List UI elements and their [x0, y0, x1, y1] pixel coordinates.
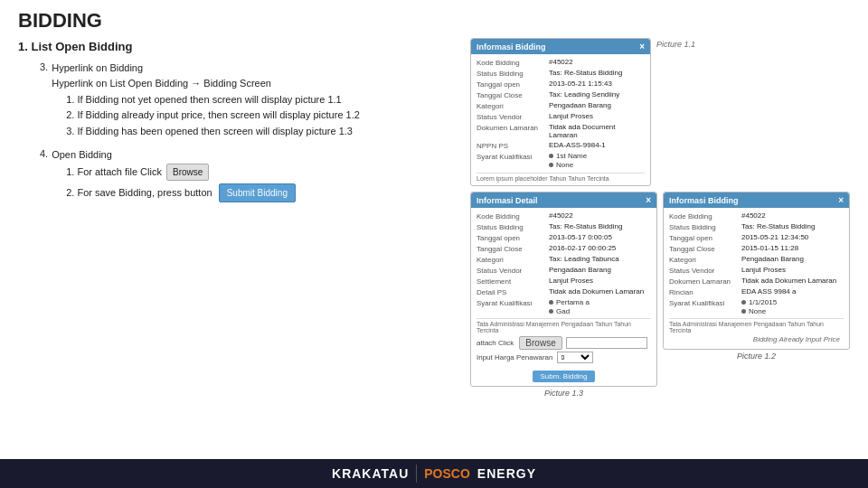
footer-logo-posco: POSCO — [424, 466, 470, 481]
field-value: 2016-02-17 00:00:25 — [549, 244, 616, 252]
field-value: Tas: Re-Status Bidding — [549, 222, 622, 230]
field-value: #45022 — [549, 58, 573, 66]
modal-picture-1-2: Informasi Bidding × Kode Bidding#45022 S… — [663, 192, 850, 350]
field-label: Status Bidding — [669, 222, 741, 231]
field-label: Kategori — [476, 101, 549, 110]
field-value: Tax: Leading Tabunca — [549, 255, 619, 263]
field-label: Status Vendor — [669, 266, 741, 275]
bullet-item: 1/1/2015 — [749, 298, 777, 306]
submit-button-example: Submit Bidding — [219, 183, 296, 202]
step3-sub2: 2. If Bidding already input price, then … — [52, 108, 360, 123]
field-label: Kode Bidding — [669, 211, 741, 221]
step3-number: 3. — [40, 60, 48, 140]
field-value: Tas: Re-Status Bidding — [549, 69, 622, 77]
screenshots-panel: Informasi Bidding × Kode Bidding#45022 S… — [470, 38, 850, 398]
picture-1-3-label: Picture 1.3 — [470, 389, 657, 398]
footer-logo-energy: ENERGY — [477, 466, 536, 481]
field-label: Tanggal open — [476, 233, 549, 242]
step3-line2: Hyperlink on List Open Bidding → Bidding… — [52, 76, 360, 91]
field-label: Dokumen Lamaran — [669, 277, 741, 286]
field-value: Lanjut Proses — [549, 277, 593, 285]
modal-bl-header: Informasi Detail — [476, 196, 538, 205]
bullet-item: Pertama a — [556, 298, 590, 306]
section-heading: 1. List Open Bidding — [18, 38, 459, 56]
picture-1-2-label: Picture 1.2 — [663, 352, 850, 361]
field-value: Tas: Re-Status Bidding — [741, 222, 815, 230]
field-value: Pengadaan Barang — [549, 101, 611, 109]
field-label: Rincian — [669, 287, 741, 296]
modal-bl-close[interactable]: × — [646, 195, 651, 205]
field-label: Status Bidding — [476, 222, 549, 231]
field-label: Kode Bidding — [476, 58, 549, 67]
field-label: Dokumen Lamaran — [476, 123, 549, 132]
footer-logo-krakatau: KRAKATAU — [332, 466, 409, 481]
field-label: Tanggal Close — [669, 244, 741, 253]
field-label: Tanggal open — [476, 80, 549, 89]
field-label: Syarat Kualifikasi — [669, 298, 741, 307]
step4-line1: Open Bidding — [52, 147, 296, 163]
modal-top-header: Informasi Bidding — [476, 42, 546, 52]
browse-button-example: Browse — [166, 164, 209, 181]
step3-sub1: 1. If Bidding not yet opened then screen… — [52, 92, 360, 108]
submit-bidding-button[interactable]: Subm. Bidding — [533, 371, 594, 382]
field-label: Syarat Kualifikasi — [476, 152, 549, 161]
field-value: Tidak ada Dokumen Lamaran — [741, 277, 836, 285]
field-label: Tanggal open — [669, 233, 741, 242]
step4-number: 4. — [40, 146, 48, 203]
field-value: #45022 — [741, 211, 766, 220]
field-label: Kategori — [669, 255, 741, 264]
bullet-item: None — [556, 161, 573, 169]
field-label: Detail PS — [476, 287, 549, 296]
field-value: Pengadaan Barang — [741, 255, 804, 263]
field-label: Kategori — [476, 255, 549, 264]
modal-picture-1-1: Informasi Bidding × Kode Bidding#45022 S… — [470, 38, 651, 186]
bidding-already-label: Bidding Already Input Price — [669, 333, 844, 345]
harga-label: Input Harga Penawaran — [476, 353, 553, 361]
field-value: EDA ASS 9984 a — [741, 287, 797, 296]
footer-note-br: Tata Administrasi Manajemen Pengadaan Ta… — [669, 318, 844, 333]
field-label: Status Vendor — [476, 112, 549, 121]
footer-note: Tata Administrasi Manajemen Pengadaan Ta… — [476, 318, 651, 333]
modal-picture-1-2-container: Informasi Bidding × Kode Bidding#45022 S… — [663, 192, 850, 398]
field-label: Kode Bidding — [476, 211, 549, 221]
modal-top-close[interactable]: × — [639, 42, 645, 52]
page-title: BIDDING — [0, 0, 868, 38]
field-label: Tanggal Close — [476, 90, 549, 99]
attach-label: attach Click — [476, 339, 514, 347]
field-value: 2015-05-21 12:34:50 — [741, 233, 808, 241]
step4-sub2: 2. For save Bidding, press button Submit… — [52, 183, 296, 202]
step3-sub3: 3. If Bidding has been opened then scree… — [52, 124, 360, 139]
modal-br-header: Informasi Bidding — [669, 196, 739, 205]
harga-select[interactable]: 0 — [557, 352, 593, 363]
modal-picture-1-3-container: Informasi Detail × Kode Bidding#45022 St… — [470, 192, 657, 398]
modal-picture-1-3: Informasi Detail × Kode Bidding#45022 St… — [470, 192, 657, 387]
field-value: Tidak ada Document Lamaran — [549, 123, 645, 139]
field-label: Settlement — [476, 277, 549, 286]
field-label: Syarat Kualifikasi — [476, 298, 549, 307]
field-value: #45022 — [549, 211, 573, 220]
bullet-item: Gad — [556, 307, 570, 315]
modal-br-close[interactable]: × — [838, 195, 844, 205]
field-value: EDA-ASS-9984-1 — [549, 141, 606, 149]
field-value: Tidak ada Dokumen Lamaran — [549, 287, 644, 296]
field-value: 2013-05-21 1:15:43 — [549, 80, 612, 88]
step4-sub1: 1. For attach file Click Browse — [52, 164, 296, 181]
bullet-item: 1st Name — [556, 152, 587, 160]
field-label: Tanggal Close — [476, 244, 549, 253]
field-label: Status Bidding — [476, 69, 549, 78]
field-value: Pengadaan Barang — [549, 266, 611, 274]
filename-input[interactable] — [566, 337, 647, 349]
field-value: 2013-05-17 0:00:05 — [549, 233, 612, 241]
footer-bar: KRAKATAU POSCO ENERGY — [0, 459, 868, 488]
field-label: NPPN PS — [476, 141, 549, 150]
bullet-item: None — [749, 307, 766, 315]
field-label: Status Vendor — [476, 266, 549, 275]
field-value: Tax: Leading Sendiiny — [549, 90, 619, 99]
footer-divider — [416, 465, 417, 483]
step3-line1: Hyperlink on Bidding — [52, 61, 360, 76]
browse-button[interactable]: Browse — [519, 336, 561, 350]
field-value: Lanjut Proses — [741, 266, 786, 274]
field-value: 2015-01-15 11:28 — [741, 244, 798, 252]
field-value: Lanjut Proses — [549, 112, 593, 120]
picture-1-1-label: Picture 1.1 — [656, 40, 695, 49]
